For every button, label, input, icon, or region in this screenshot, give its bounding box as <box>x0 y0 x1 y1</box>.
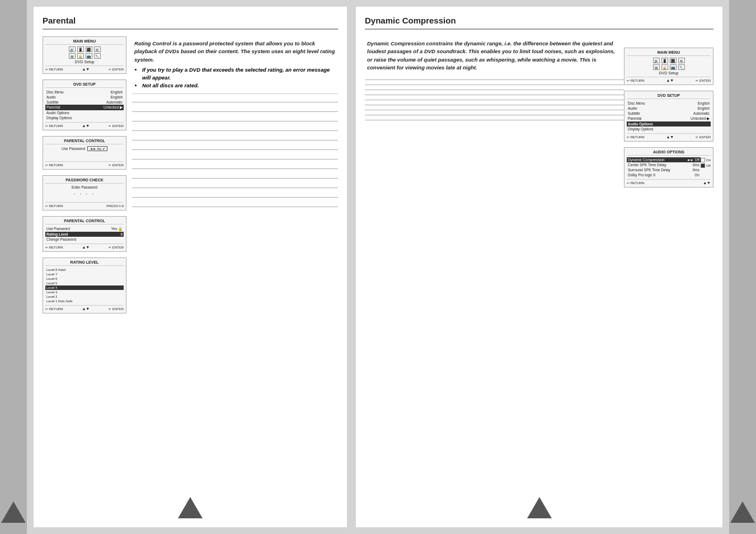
parental-control-screen-2: PARENTAL CONTROL Use PasswordYes 🔒 Ratin… <box>43 216 126 252</box>
r-icon-1: 🔊 <box>653 58 660 63</box>
r-icon-7: 📺 <box>670 64 677 70</box>
dvd-setup-title-1: DVD SETUP <box>45 82 124 88</box>
rating-list: Level 8 Adult Level 7 Level 6 Level 5 Le… <box>45 268 124 303</box>
change-password-row: Change Password <box>45 237 124 242</box>
icon-row-bottom: ▤ 🔒 📺 🔧 <box>45 53 124 59</box>
right-side-panel <box>729 0 756 534</box>
main-menu-title-1: MAIN MENU <box>45 39 124 45</box>
divider-1 <box>132 102 338 102</box>
r-icon-row-top: 🔊 📱 ⬛ ⊞ <box>627 58 711 63</box>
level-2: Level 2 <box>45 294 124 299</box>
dynamic-compression-title: Dynamic Compression <box>365 16 713 30</box>
level-1: Level 1 Kids Safe <box>45 299 124 303</box>
dynamic-compression-text: Dynamic Compression constrains the dynam… <box>367 40 622 72</box>
screen-footer-2: ↩ RETURN ▲▼ ↵ ENTER <box>45 122 124 128</box>
r-setup-row-display: Display Options <box>627 127 711 132</box>
nav-arrows-r3: ▲▼ <box>703 181 711 185</box>
icon-4: ⊞ <box>94 46 101 52</box>
r-divider-5 <box>365 100 624 100</box>
r-divider-7 <box>365 110 624 110</box>
setup-row-audio-options: Audio Options <box>45 110 124 115</box>
icon-8: 🔧 <box>94 53 101 59</box>
screen-column: MAIN MENU 🔊 📱 ⬛ ⊞ ▤ 🔒 📺 🔧 DVD Setup <box>43 36 126 491</box>
parental-intro-text: Rating Control is a password protected s… <box>134 40 336 64</box>
setup-row-audio: AudioEnglish <box>45 95 124 100</box>
right-bottom-area <box>365 491 713 518</box>
divider-11 <box>132 197 338 198</box>
setup-row-discmenu: Disc MenuEnglish <box>45 90 124 95</box>
dvd-setup-screen-r: DVD SETUP Disc MenuEnglish AudioEnglish … <box>624 91 713 142</box>
return-btn-r1: ↩ RETURN <box>627 78 645 82</box>
divider-6 <box>132 149 338 150</box>
left-columns: MAIN MENU 🔊 📱 ⬛ ⊞ ▤ 🔒 📺 🔧 DVD Setup <box>43 36 338 491</box>
r-divider-6 <box>365 105 624 105</box>
right-triangle-icon <box>730 502 755 523</box>
dvd-setup-title-r: DVD SETUP <box>627 93 711 99</box>
dvd-setup-label-1: DVD Setup <box>45 60 124 64</box>
level-6: Level 6 <box>45 277 124 281</box>
nav-arrows-1: ▲▼ <box>82 67 90 71</box>
divider-8 <box>132 168 338 169</box>
level-3: Level 3 <box>45 290 124 294</box>
divider-7 <box>132 159 338 160</box>
divider-10 <box>132 188 338 188</box>
return-btn-2: ↩ RETURN <box>45 124 63 128</box>
divider-5 <box>132 140 338 140</box>
right-screens: MAIN MENU 🔊 📱 ⬛ ⊞ ▤ 🔒 📺 🔧 DVD Setup <box>624 48 713 188</box>
text-column: Rating Control is a password protected s… <box>132 36 338 491</box>
right-content: Dynamic Compression constrains the dynam… <box>365 36 713 188</box>
r-setup-row-audio: AudioEnglish <box>627 106 711 111</box>
off-indicator: Off <box>701 163 711 168</box>
nav-arrows-6: ▲▼ <box>82 307 90 311</box>
enter-btn-2: ↵ ENTER <box>109 124 124 128</box>
password-value-box: ◄► No ✔ <box>87 146 107 151</box>
return-btn-r3: ↩ RETURN <box>627 181 645 185</box>
off-label: Off <box>706 164 711 167</box>
r-icon-5: ▤ <box>653 64 660 70</box>
r-divider-1 <box>365 79 624 80</box>
r-icon-row-bottom: ▤ 🔒 📺 🔧 <box>627 64 711 70</box>
divider-3 <box>132 121 338 121</box>
r-icon-2: 📱 <box>661 58 668 63</box>
level-7: Level 7 <box>45 272 124 277</box>
return-btn-5: ↩ RETURN <box>45 245 63 249</box>
setup-row-subtitle: SubtitleAutomatic <box>45 100 124 105</box>
parental-control-screen-1: PARENTAL CONTROL Use Password ◄► No ✔ ↩ … <box>43 136 126 170</box>
password-check-screen: PASSWORD CHECK Enter Password - - - - ↩ … <box>43 175 126 210</box>
r-divider-2 <box>365 85 624 85</box>
return-btn-4: ↩ RETURN <box>45 204 63 208</box>
nav-arrows-r2: ▲▼ <box>666 135 674 139</box>
off-box <box>701 163 705 168</box>
divider-2 <box>132 111 338 112</box>
enter-password-label: Enter Password <box>45 185 124 189</box>
r-setup-row-parental: ParentalUnlocked ▶ <box>627 116 711 121</box>
password-dots: - - - - <box>45 191 124 196</box>
level-4: Level 4 <box>45 285 124 290</box>
screen-footer-r3: ↩ RETURN ▲▼ <box>627 179 711 185</box>
left-triangle-icon <box>1 502 26 523</box>
screen-footer-6: ↩ RETURN ▲▼ ↵ ENTER <box>45 305 124 311</box>
r-setup-row-discmenu: Disc MenuEnglish <box>627 101 711 106</box>
right-bottom-triangle <box>527 497 552 518</box>
center-separator <box>347 0 351 534</box>
screen-footer-5: ↩ RETURN ▲▼ ↵ ENTER <box>45 243 124 249</box>
parental-control-title-1: PARENTAL CONTROL <box>45 139 124 144</box>
parental-title: Parental <box>43 16 338 30</box>
icon-row-top: 🔊 📱 ⬛ ⊞ <box>45 46 124 52</box>
dolby-row: Dolby Pro logic II On <box>627 172 701 177</box>
parental-section: Parental MAIN MENU 🔊 📱 ⬛ ⊞ ▤ 🔒 <box>34 7 347 527</box>
level-5: Level 5 <box>45 281 124 285</box>
on-indicator: On <box>701 158 711 162</box>
password-check-title: PASSWORD CHECK <box>45 178 124 184</box>
setup-row-display-options: Display Options <box>45 115 124 120</box>
screen-footer-3: ↩ RETURN ↵ ENTER <box>45 161 124 167</box>
dynamic-compression-section: Dynamic Compression Dynamic Compression … <box>356 7 722 527</box>
left-side-panel <box>0 0 27 534</box>
icon-1: 🔊 <box>69 46 76 52</box>
center-spk-row: Center SPK Time Delay 0ms <box>627 162 701 167</box>
surround-spk-row: Surround SPK Time Delay 0ms <box>627 167 701 172</box>
r-divider-4 <box>365 95 624 95</box>
nav-arrows-5: ▲▼ <box>82 245 90 249</box>
enter-btn-6: ↵ ENTER <box>109 307 124 311</box>
dynamic-compression-row: Dynamic Compression ◄► Off <box>627 157 701 162</box>
